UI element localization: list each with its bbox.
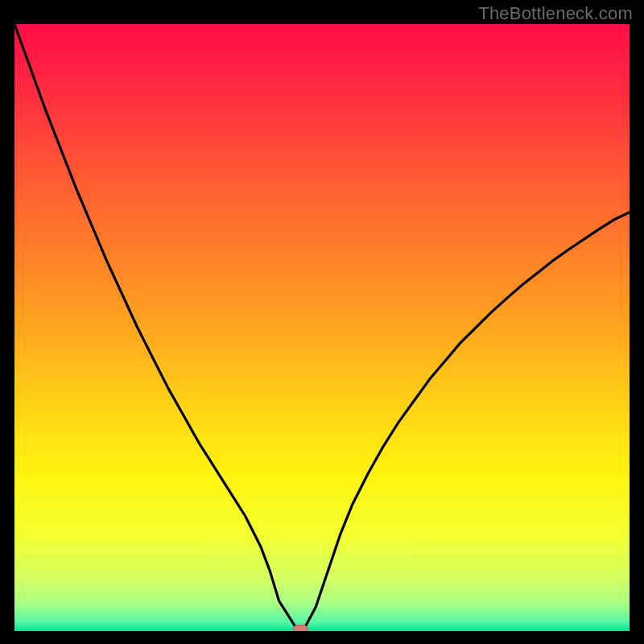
chart-container: TheBottleneck.com [0, 0, 644, 644]
watermark-text: TheBottleneck.com [478, 3, 633, 24]
gradient-background [14, 24, 630, 631]
plot-area [14, 24, 630, 631]
bottleneck-chart [14, 24, 630, 631]
optimal-point-marker [293, 625, 308, 631]
